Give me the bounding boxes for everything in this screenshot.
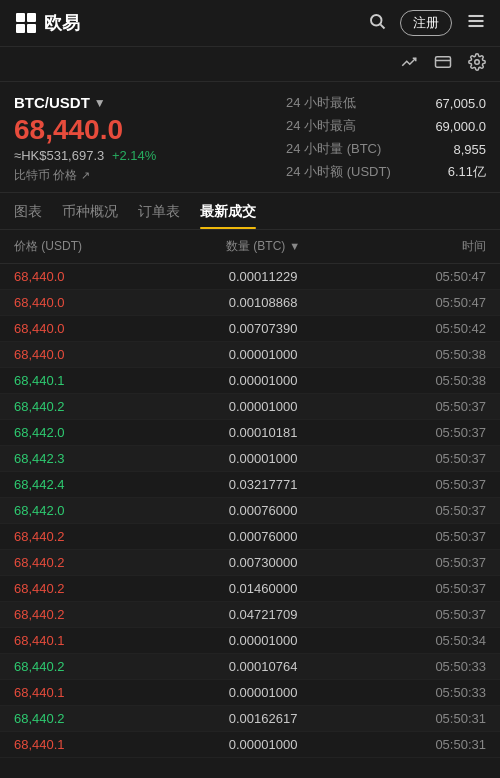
filter-icon[interactable]: ▼: [289, 240, 300, 252]
trade-qty: 0.00707390: [171, 321, 355, 336]
trade-price: 68,440.2: [14, 399, 171, 414]
trade-row: 68,440.1 0.00001000 05:50:38: [0, 368, 500, 394]
trade-row: 68,440.0 0.00001000 05:50:38: [0, 342, 500, 368]
tabs-bar: 图表币种概况订单表最新成交: [0, 193, 500, 230]
trade-row: 68,440.1 0.00001000 05:50:34: [0, 628, 500, 654]
trade-row: 68,442.0 0.00076000 05:50:37: [0, 498, 500, 524]
hk-price-row: ≈HK$531,697.3 +2.14%: [14, 148, 286, 163]
trade-time: 05:50:47: [355, 269, 486, 284]
trade-price: 68,440.1: [14, 737, 171, 752]
btc-label-text: 比特币 价格: [14, 167, 77, 184]
trade-time: 05:50:37: [355, 477, 486, 492]
trade-time: 05:50:37: [355, 425, 486, 440]
trade-qty: 0.00010181: [171, 425, 355, 440]
trade-row: 68,442.4 0.03217771 05:50:37: [0, 472, 500, 498]
header: 欧易 注册: [0, 0, 500, 47]
col-qty-header: 数量 (BTC) ▼: [171, 238, 355, 255]
trade-qty: 0.03217771: [171, 477, 355, 492]
trade-row: 68,442.3 0.00001000 05:50:37: [0, 446, 500, 472]
trade-time: 05:50:37: [355, 581, 486, 596]
main-price: 68,440.0: [14, 115, 286, 146]
trade-qty: 0.04721709: [171, 607, 355, 622]
stat-value: 6.11亿: [448, 163, 486, 181]
col-qty-label: 数量 (BTC): [226, 238, 285, 255]
trade-time: 05:50:37: [355, 555, 486, 570]
trade-time: 05:50:37: [355, 399, 486, 414]
logo: 欧易: [14, 11, 80, 35]
stat-label: 24 小时量 (BTC): [286, 140, 381, 158]
trade-row: 68,440.2 0.04721709 05:50:37: [0, 602, 500, 628]
trade-qty: 0.00001000: [171, 373, 355, 388]
svg-rect-3: [27, 24, 36, 33]
trade-time: 05:50:42: [355, 321, 486, 336]
price-area: BTC/USDT ▼ 68,440.0 ≈HK$531,697.3 +2.14%…: [0, 82, 500, 193]
price-left: BTC/USDT ▼ 68,440.0 ≈HK$531,697.3 +2.14%…: [14, 94, 286, 184]
trade-price: 68,440.2: [14, 711, 171, 726]
trade-row: 68,440.2 0.00010764 05:50:33: [0, 654, 500, 680]
settings-icon[interactable]: [468, 53, 486, 75]
trade-qty: 0.00730000: [171, 555, 355, 570]
trade-row: 68,440.2 0.00076000 05:50:37: [0, 524, 500, 550]
trade-time: 05:50:31: [355, 711, 486, 726]
menu-icon[interactable]: [466, 11, 486, 36]
trade-time: 05:50:37: [355, 451, 486, 466]
search-icon[interactable]: [368, 12, 386, 35]
trade-qty: 0.00001000: [171, 633, 355, 648]
trade-qty: 0.00076000: [171, 529, 355, 544]
stat-row: 24 小时最高 69,000.0: [286, 117, 486, 135]
trading-pair[interactable]: BTC/USDT ▼: [14, 94, 286, 111]
trade-row: 68,440.1 0.00001000 05:50:31: [0, 732, 500, 758]
tab-orderbook[interactable]: 订单表: [138, 193, 180, 229]
trade-row: 68,440.2 0.00730000 05:50:37: [0, 550, 500, 576]
trade-price: 68,440.0: [14, 321, 171, 336]
logo-text: 欧易: [44, 11, 80, 35]
svg-point-4: [371, 15, 382, 26]
trade-qty: 0.00010764: [171, 659, 355, 674]
stat-row: 24 小时额 (USDT) 6.11亿: [286, 163, 486, 181]
logo-icon: [14, 11, 38, 35]
col-time-header: 时间: [355, 238, 486, 255]
trade-row: 68,440.0 0.00011229 05:50:47: [0, 264, 500, 290]
trade-row: 68,442.0 0.00010181 05:50:37: [0, 420, 500, 446]
trade-price: 68,442.0: [14, 425, 171, 440]
trade-price: 68,440.1: [14, 373, 171, 388]
trade-qty: 0.00108868: [171, 295, 355, 310]
svg-rect-1: [27, 13, 36, 22]
stat-label: 24 小时最低: [286, 94, 356, 112]
trade-row: 68,440.2 0.01460000 05:50:37: [0, 576, 500, 602]
stat-value: 67,005.0: [435, 96, 486, 111]
list-header: 价格 (USDT) 数量 (BTC) ▼ 时间: [0, 230, 500, 264]
trade-price: 68,440.2: [14, 555, 171, 570]
card-icon[interactable]: [434, 53, 452, 75]
register-button[interactable]: 注册: [400, 10, 452, 36]
trade-price: 68,440.1: [14, 633, 171, 648]
svg-rect-9: [436, 57, 451, 68]
btc-label: 比特币 价格 ↗: [14, 167, 286, 184]
trade-time: 05:50:47: [355, 295, 486, 310]
trade-time: 05:50:37: [355, 529, 486, 544]
pair-label: BTC/USDT: [14, 94, 90, 111]
header-actions: 注册: [368, 10, 486, 36]
trade-qty: 0.00001000: [171, 685, 355, 700]
trade-price: 68,442.3: [14, 451, 171, 466]
trade-row: 68,440.1 0.00001000 05:50:33: [0, 680, 500, 706]
svg-rect-2: [16, 24, 25, 33]
trade-price: 68,440.2: [14, 607, 171, 622]
trade-rows-container: 68,440.0 0.00011229 05:50:47 68,440.0 0.…: [0, 264, 500, 758]
trade-price: 68,440.2: [14, 529, 171, 544]
tab-trades[interactable]: 最新成交: [200, 193, 256, 229]
trade-row: 68,440.2 0.00001000 05:50:37: [0, 394, 500, 420]
price-stats: 24 小时最低 67,005.0 24 小时最高 69,000.0 24 小时量…: [286, 94, 486, 184]
external-link-icon[interactable]: ↗: [81, 169, 90, 182]
svg-line-5: [380, 24, 384, 28]
trade-price: 68,440.2: [14, 659, 171, 674]
trade-price: 68,440.2: [14, 581, 171, 596]
trade-price: 68,440.0: [14, 269, 171, 284]
tab-overview[interactable]: 币种概况: [62, 193, 118, 229]
price-change: +2.14%: [112, 148, 156, 163]
trade-time: 05:50:38: [355, 347, 486, 362]
stat-value: 69,000.0: [435, 119, 486, 134]
tab-chart[interactable]: 图表: [14, 193, 42, 229]
trade-row: 68,440.0 0.00108868 05:50:47: [0, 290, 500, 316]
chart-icon[interactable]: [400, 53, 418, 75]
